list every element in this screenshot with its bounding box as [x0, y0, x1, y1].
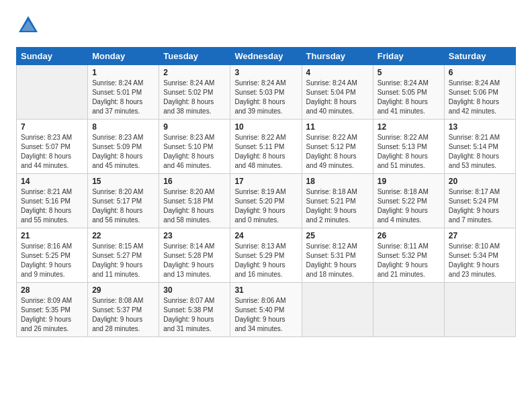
day-cell: 14Sunrise: 8:21 AMSunset: 5:16 PMDayligh… [17, 174, 88, 228]
calendar-header: SundayMondayTuesdayWednesdayThursdayFrid… [17, 48, 516, 65]
day-info: Sunrise: 8:15 AMSunset: 5:27 PMDaylight:… [92, 242, 154, 279]
day-number: 7 [21, 122, 83, 132]
header-cell-tuesday: Tuesday [159, 48, 230, 65]
logo-icon [16, 13, 40, 38]
header-cell-sunday: Sunday [17, 48, 88, 65]
day-cell: 31Sunrise: 8:06 AMSunset: 5:40 PMDayligh… [230, 283, 302, 337]
day-cell: 22Sunrise: 8:15 AMSunset: 5:27 PMDayligh… [88, 228, 159, 283]
day-cell: 13Sunrise: 8:21 AMSunset: 5:14 PMDayligh… [444, 120, 515, 174]
day-info: Sunrise: 8:21 AMSunset: 5:14 PMDaylight:… [449, 133, 511, 171]
day-number: 1 [92, 68, 154, 77]
day-cell: 21Sunrise: 8:16 AMSunset: 5:25 PMDayligh… [17, 228, 88, 283]
day-number: 5 [378, 68, 440, 77]
day-number: 11 [306, 122, 369, 132]
day-info: Sunrise: 8:20 AMSunset: 5:17 PMDaylight:… [92, 187, 154, 225]
day-cell: 1Sunrise: 8:24 AMSunset: 5:01 PMDaylight… [88, 65, 159, 120]
day-info: Sunrise: 8:14 AMSunset: 5:28 PMDaylight:… [163, 242, 226, 279]
day-number: 9 [163, 122, 226, 132]
day-info: Sunrise: 8:13 AMSunset: 5:29 PMDaylight:… [234, 242, 297, 279]
day-cell [17, 65, 88, 120]
logo [16, 13, 43, 38]
day-info: Sunrise: 8:24 AMSunset: 5:02 PMDaylight:… [163, 79, 226, 116]
day-cell: 15Sunrise: 8:20 AMSunset: 5:17 PMDayligh… [88, 174, 159, 228]
day-cell: 4Sunrise: 8:24 AMSunset: 5:04 PMDaylight… [302, 65, 373, 120]
day-cell: 28Sunrise: 8:09 AMSunset: 5:35 PMDayligh… [17, 283, 88, 337]
day-cell: 7Sunrise: 8:23 AMSunset: 5:07 PMDaylight… [17, 120, 88, 174]
day-number: 13 [449, 122, 511, 132]
day-number: 19 [378, 177, 440, 186]
day-number: 8 [92, 122, 154, 132]
day-cell: 23Sunrise: 8:14 AMSunset: 5:28 PMDayligh… [159, 228, 230, 283]
day-number: 16 [163, 177, 226, 186]
day-info: Sunrise: 8:24 AMSunset: 5:01 PMDaylight:… [92, 79, 154, 116]
week-row-4: 28Sunrise: 8:09 AMSunset: 5:35 PMDayligh… [17, 283, 516, 337]
day-number: 24 [234, 231, 297, 240]
day-cell: 19Sunrise: 8:18 AMSunset: 5:22 PMDayligh… [373, 174, 444, 228]
day-info: Sunrise: 8:24 AMSunset: 5:03 PMDaylight:… [234, 79, 297, 116]
day-number: 15 [92, 177, 154, 186]
page: SundayMondayTuesdayWednesdayThursdayFrid… [0, 0, 532, 348]
day-cell: 2Sunrise: 8:24 AMSunset: 5:02 PMDaylight… [159, 65, 230, 120]
day-number: 23 [163, 231, 226, 240]
week-row-2: 14Sunrise: 8:21 AMSunset: 5:16 PMDayligh… [17, 174, 516, 228]
day-info: Sunrise: 8:22 AMSunset: 5:12 PMDaylight:… [306, 133, 369, 171]
day-cell [444, 283, 515, 337]
day-cell: 12Sunrise: 8:22 AMSunset: 5:13 PMDayligh… [373, 120, 444, 174]
day-number: 12 [378, 122, 440, 132]
day-info: Sunrise: 8:21 AMSunset: 5:16 PMDaylight:… [21, 187, 83, 225]
day-number: 31 [234, 285, 297, 295]
week-row-1: 7Sunrise: 8:23 AMSunset: 5:07 PMDaylight… [17, 120, 516, 174]
day-info: Sunrise: 8:24 AMSunset: 5:05 PMDaylight:… [378, 79, 440, 116]
day-cell: 6Sunrise: 8:24 AMSunset: 5:06 PMDaylight… [444, 65, 515, 120]
day-info: Sunrise: 8:22 AMSunset: 5:11 PMDaylight:… [234, 133, 297, 171]
day-cell: 10Sunrise: 8:22 AMSunset: 5:11 PMDayligh… [230, 120, 302, 174]
header-cell-thursday: Thursday [302, 48, 373, 65]
day-cell: 27Sunrise: 8:10 AMSunset: 5:34 PMDayligh… [444, 228, 515, 283]
day-cell: 11Sunrise: 8:22 AMSunset: 5:12 PMDayligh… [302, 120, 373, 174]
day-number: 4 [306, 68, 369, 77]
day-number: 25 [306, 231, 369, 240]
day-info: Sunrise: 8:18 AMSunset: 5:21 PMDaylight:… [306, 187, 369, 225]
day-info: Sunrise: 8:09 AMSunset: 5:35 PMDaylight:… [21, 296, 83, 334]
day-info: Sunrise: 8:17 AMSunset: 5:24 PMDaylight:… [449, 187, 511, 225]
week-row-0: 1Sunrise: 8:24 AMSunset: 5:01 PMDaylight… [17, 65, 516, 120]
day-number: 6 [449, 68, 511, 77]
day-number: 30 [163, 285, 226, 295]
day-cell: 16Sunrise: 8:20 AMSunset: 5:18 PMDayligh… [159, 174, 230, 228]
calendar-table: SundayMondayTuesdayWednesdayThursdayFrid… [16, 47, 516, 337]
day-cell: 26Sunrise: 8:11 AMSunset: 5:32 PMDayligh… [373, 228, 444, 283]
day-number: 29 [92, 285, 154, 295]
day-info: Sunrise: 8:12 AMSunset: 5:31 PMDaylight:… [306, 242, 369, 279]
day-cell [373, 283, 444, 337]
day-number: 18 [306, 177, 369, 186]
day-number: 21 [21, 231, 83, 240]
day-cell: 20Sunrise: 8:17 AMSunset: 5:24 PMDayligh… [444, 174, 515, 228]
day-number: 20 [449, 177, 511, 186]
day-cell: 24Sunrise: 8:13 AMSunset: 5:29 PMDayligh… [230, 228, 302, 283]
day-info: Sunrise: 8:19 AMSunset: 5:20 PMDaylight:… [234, 187, 297, 225]
day-cell [302, 283, 373, 337]
header-cell-saturday: Saturday [444, 48, 515, 65]
day-number: 14 [21, 177, 83, 186]
calendar-body: 1Sunrise: 8:24 AMSunset: 5:01 PMDaylight… [17, 65, 516, 337]
day-info: Sunrise: 8:24 AMSunset: 5:04 PMDaylight:… [306, 79, 369, 116]
day-info: Sunrise: 8:18 AMSunset: 5:22 PMDaylight:… [378, 187, 440, 225]
day-info: Sunrise: 8:23 AMSunset: 5:09 PMDaylight:… [92, 133, 154, 171]
day-info: Sunrise: 8:08 AMSunset: 5:37 PMDaylight:… [92, 296, 154, 334]
week-row-3: 21Sunrise: 8:16 AMSunset: 5:25 PMDayligh… [17, 228, 516, 283]
day-number: 26 [378, 231, 440, 240]
day-cell: 18Sunrise: 8:18 AMSunset: 5:21 PMDayligh… [302, 174, 373, 228]
day-cell: 3Sunrise: 8:24 AMSunset: 5:03 PMDaylight… [230, 65, 302, 120]
day-number: 2 [163, 68, 226, 77]
day-cell: 29Sunrise: 8:08 AMSunset: 5:37 PMDayligh… [88, 283, 159, 337]
day-info: Sunrise: 8:11 AMSunset: 5:32 PMDaylight:… [378, 242, 440, 279]
day-info: Sunrise: 8:20 AMSunset: 5:18 PMDaylight:… [163, 187, 226, 225]
header-cell-monday: Monday [88, 48, 159, 65]
day-cell: 17Sunrise: 8:19 AMSunset: 5:20 PMDayligh… [230, 174, 302, 228]
header-row: SundayMondayTuesdayWednesdayThursdayFrid… [17, 48, 516, 65]
day-number: 10 [234, 122, 297, 132]
day-number: 27 [449, 231, 511, 240]
header-cell-wednesday: Wednesday [230, 48, 302, 65]
day-cell: 25Sunrise: 8:12 AMSunset: 5:31 PMDayligh… [302, 228, 373, 283]
day-info: Sunrise: 8:07 AMSunset: 5:38 PMDaylight:… [163, 296, 226, 334]
